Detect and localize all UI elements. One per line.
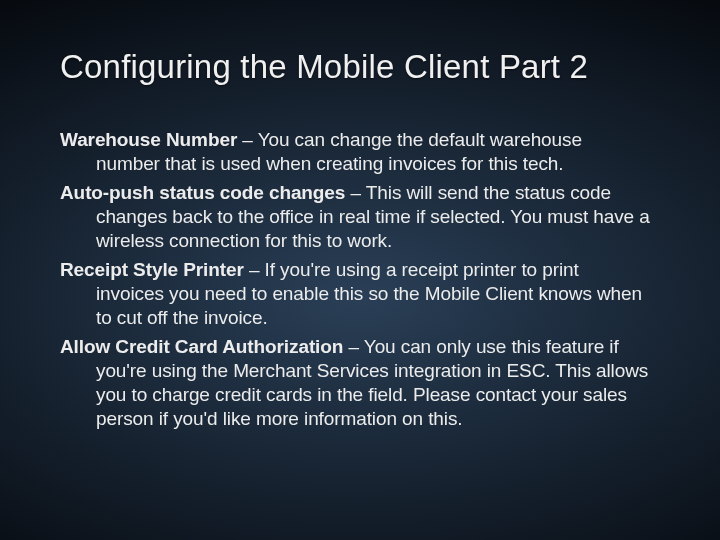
item-first-line: You can change the default warehouse bbox=[258, 129, 582, 150]
list-item: Allow Credit Card Authorization – You ca… bbox=[60, 335, 660, 432]
list-item: Auto-push status code changes – This wil… bbox=[60, 181, 660, 254]
item-term: Allow Credit Card Authorization bbox=[60, 336, 343, 357]
item-term: Warehouse Number bbox=[60, 129, 237, 150]
slide: Configuring the Mobile Client Part 2 War… bbox=[0, 0, 720, 540]
item-first-line: If you're using a receipt printer to pri… bbox=[265, 259, 579, 280]
list-item: Receipt Style Printer – If you're using … bbox=[60, 258, 660, 331]
item-continuation: invoices you need to enable this so the … bbox=[60, 282, 660, 331]
item-sep: – bbox=[244, 259, 265, 280]
item-sep: – bbox=[345, 182, 365, 203]
content: Warehouse Number – You can change the de… bbox=[60, 128, 660, 432]
page-title: Configuring the Mobile Client Part 2 bbox=[60, 48, 660, 86]
item-first-line: You can only use this feature if bbox=[364, 336, 619, 357]
list-item: Warehouse Number – You can change the de… bbox=[60, 128, 660, 177]
item-first-line: This will send the status code bbox=[366, 182, 611, 203]
item-continuation: number that is used when creating invoic… bbox=[60, 152, 660, 176]
item-term: Auto-push status code changes bbox=[60, 182, 345, 203]
item-sep: – bbox=[343, 336, 363, 357]
item-continuation: you're using the Merchant Services integ… bbox=[60, 359, 660, 432]
item-term: Receipt Style Printer bbox=[60, 259, 244, 280]
item-continuation: changes back to the office in real time … bbox=[60, 205, 660, 254]
item-sep: – bbox=[237, 129, 257, 150]
